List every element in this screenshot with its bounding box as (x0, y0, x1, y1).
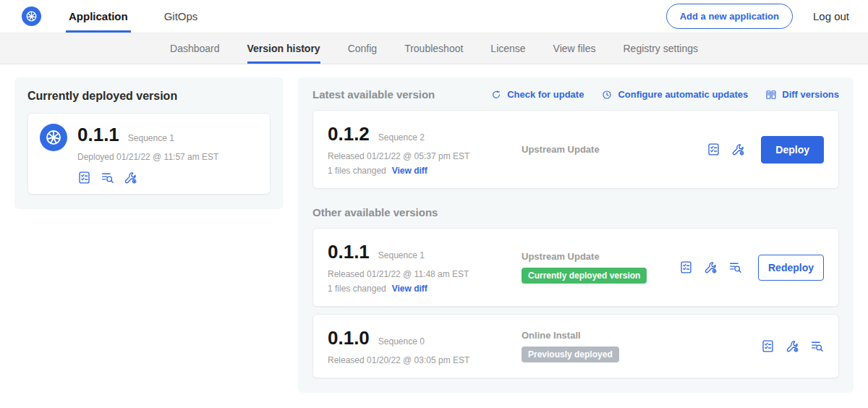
files-changed: 1 files changed (328, 284, 386, 294)
subnav-label: Version history (247, 43, 320, 54)
currently-deployed-badge: Currently deployed version (522, 268, 647, 284)
version-actions: Redeploy (679, 255, 824, 281)
subnav-item-troubleshoot[interactable]: Troubleshoot (404, 33, 463, 64)
subnav-label: Registry settings (624, 43, 698, 54)
files-changed: 1 files changed (328, 166, 386, 176)
view-files-icon[interactable] (101, 171, 114, 184)
diff-versions-label: Diff versions (782, 89, 839, 100)
subnav-item-version-history[interactable]: Version history (247, 33, 320, 64)
deployed-card-body: 0.1.1 Sequence 1 Deployed 01/21/22 @ 11:… (40, 124, 258, 184)
diff-icon (765, 89, 777, 101)
view-diff-link[interactable]: View diff (392, 166, 427, 176)
release-notes-icon[interactable] (707, 143, 720, 156)
schedule-icon (601, 89, 613, 101)
deploy-button[interactable]: Deploy (761, 136, 824, 163)
version-toolbar: Check for update Configure automatic upd… (490, 89, 839, 101)
release-notes-icon[interactable] (679, 260, 693, 274)
latest-version-header: Latest available version Check for updat… (312, 88, 839, 101)
diff-versions-button[interactable]: Diff versions (765, 89, 839, 101)
subnav-label: Dashboard (170, 43, 220, 54)
subnav-label: Config (348, 43, 377, 54)
release-notes-icon[interactable] (77, 171, 91, 184)
deployed-version-number: 0.1.1 (77, 124, 119, 146)
other-versions-heading: Other available versions (312, 206, 839, 218)
version-actions (761, 339, 824, 353)
top-nav-bar: Application GitOps Add a new application… (0, 0, 868, 33)
version-source: Upstream Update (522, 251, 679, 262)
version-history-panel: Latest available version Check for updat… (298, 77, 854, 393)
version-released: Released 01/21/22 @ 05:37 pm EST (328, 151, 522, 161)
previously-deployed-badge: Previously deployed (522, 347, 619, 362)
deployed-panel-title: Currently deployed version (27, 90, 271, 103)
deployed-info: 0.1.1 Sequence 1 Deployed 01/21/22 @ 11:… (77, 124, 218, 184)
subnav-item-registry-settings[interactable]: Registry settings (624, 33, 698, 64)
deployed-version-card: 0.1.1 Sequence 1 Deployed 01/21/22 @ 11:… (27, 113, 271, 195)
release-notes-icon[interactable] (761, 339, 775, 353)
currently-deployed-panel: Currently deployed version 0.1.1 Sequenc… (14, 77, 284, 209)
app-logo-icon (40, 124, 67, 151)
app-subnav: Dashboard Version history Config Trouble… (0, 33, 868, 64)
topbar-right: Add a new application Log out (666, 0, 849, 33)
version-info: 0.1.1 Sequence 1 Released 01/21/22 @ 11:… (328, 241, 522, 294)
version-card-latest: 0.1.2 Sequence 2 Released 01/21/22 @ 05:… (312, 110, 839, 189)
tab-gitops-label: GitOps (164, 10, 198, 22)
view-files-icon[interactable] (728, 260, 742, 274)
version-number: 0.1.1 (328, 241, 370, 263)
view-diff-link[interactable]: View diff (392, 284, 427, 294)
latest-version-heading: Latest available version (312, 88, 435, 101)
subnav-item-view-files[interactable]: View files (553, 33, 596, 64)
subnav-item-config[interactable]: Config (348, 33, 377, 64)
version-info: 0.1.0 Sequence 0 Released 01/20/22 @ 03:… (328, 327, 522, 365)
top-tabs: Application GitOps (66, 0, 231, 33)
subnav-label: Troubleshoot (404, 43, 463, 54)
version-released: Released 01/20/22 @ 03:05 pm EST (328, 355, 522, 365)
version-source: Online Install (522, 330, 761, 341)
check-for-update-label: Check for update (507, 89, 584, 100)
refresh-icon (490, 89, 502, 101)
deployed-sequence: Sequence 1 (128, 133, 174, 143)
version-card-0-1-1: 0.1.1 Sequence 1 Released 01/21/22 @ 11:… (312, 228, 839, 307)
check-for-update-button[interactable]: Check for update (490, 89, 584, 101)
version-sequence: Sequence 0 (378, 336, 425, 347)
edit-config-icon[interactable] (704, 260, 718, 274)
main-content: Currently deployed version 0.1.1 Sequenc… (0, 64, 868, 406)
version-source: Upstream Update (522, 144, 707, 155)
view-files-icon[interactable] (810, 339, 824, 353)
tab-application-label: Application (69, 10, 128, 22)
logout-link[interactable]: Log out (813, 10, 849, 22)
version-info: 0.1.2 Sequence 2 Released 01/21/22 @ 05:… (328, 123, 522, 176)
add-application-button[interactable]: Add a new application (666, 4, 793, 29)
version-sequence: Sequence 2 (378, 132, 425, 143)
subnav-item-license[interactable]: License (490, 33, 525, 64)
version-sequence: Sequence 1 (378, 250, 425, 260)
tab-application[interactable]: Application (66, 0, 131, 33)
version-actions: Deploy (707, 136, 824, 163)
redeploy-button[interactable]: Redeploy (758, 255, 824, 281)
tab-gitops[interactable]: GitOps (161, 0, 201, 33)
subnav-label: License (490, 43, 525, 54)
version-source-block: Upstream Update Currently deployed versi… (522, 251, 679, 284)
edit-config-icon[interactable] (124, 171, 137, 184)
version-source-block: Online Install Previously deployed (522, 330, 761, 362)
kubernetes-logo-icon (22, 7, 41, 26)
edit-config-icon[interactable] (786, 339, 799, 353)
version-card-0-1-0: 0.1.0 Sequence 0 Released 01/20/22 @ 03:… (312, 314, 839, 378)
version-source-block: Upstream Update (522, 144, 707, 155)
configure-automatic-updates-label: Configure automatic updates (618, 89, 748, 100)
version-released: Released 01/21/22 @ 11:48 am EST (328, 269, 522, 279)
subnav-item-dashboard[interactable]: Dashboard (170, 33, 220, 64)
edit-config-icon[interactable] (731, 143, 745, 156)
version-number: 0.1.2 (328, 123, 370, 145)
configure-automatic-updates-button[interactable]: Configure automatic updates (601, 89, 748, 101)
version-number: 0.1.0 (328, 327, 370, 349)
deployed-actions (77, 171, 218, 184)
deployed-timestamp: Deployed 01/21/22 @ 11:57 am EST (77, 152, 218, 162)
subnav-label: View files (553, 43, 596, 54)
